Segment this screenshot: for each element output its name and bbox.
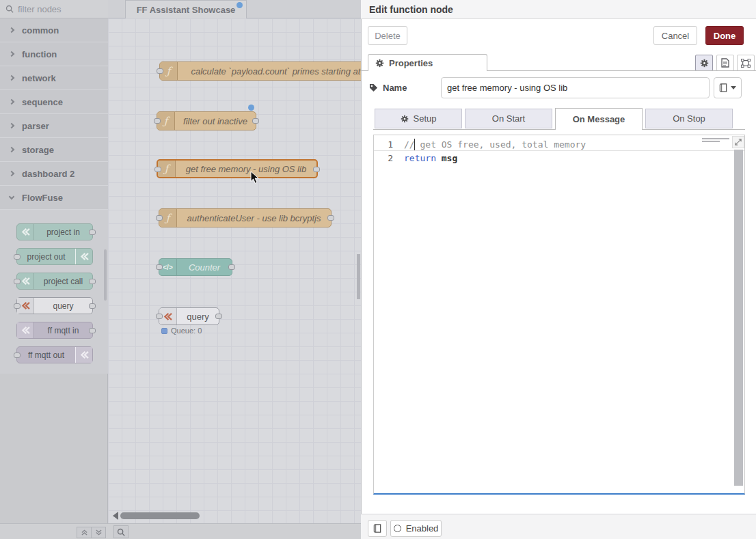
name-input[interactable] <box>441 77 710 98</box>
tab-on-message-label: On Message <box>573 114 625 124</box>
input-port[interactable] <box>156 314 163 319</box>
flow-canvas[interactable]: ƒ calculate `payload.count` primes start… <box>108 18 361 523</box>
editor-scrollbar[interactable] <box>734 150 743 486</box>
status-text: Queue: 0 <box>171 327 202 335</box>
palette-node-ff-mqtt-in[interactable]: ff mqtt in <box>16 322 93 339</box>
enabled-label: Enabled <box>406 523 439 534</box>
tab-on-start-label: On Start <box>492 113 525 124</box>
palette-node-ff-mqtt-out[interactable]: ff mqtt out <box>16 346 93 363</box>
vertical-scrollbar[interactable] <box>357 254 360 299</box>
collapse-all-button[interactable] <box>77 527 92 538</box>
output-port[interactable] <box>215 314 222 319</box>
input-port[interactable] <box>14 303 21 309</box>
enabled-toggle-button[interactable]: Enabled <box>390 520 442 537</box>
filter-nodes-input[interactable] <box>18 4 93 14</box>
book-icon <box>719 83 727 92</box>
input-port[interactable] <box>156 215 163 221</box>
code-line-1[interactable]: 1 // get OS free, used, total memory <box>374 138 744 151</box>
input-port[interactable] <box>154 167 161 172</box>
double-chevron-down-icon <box>96 529 102 536</box>
library-save-button[interactable] <box>368 520 387 537</box>
status-dot-icon <box>161 328 167 334</box>
flow-node-get-free-memory[interactable]: ƒ get free memory - using OS lib <box>157 159 318 178</box>
palette-node-project-in[interactable]: project in <box>16 223 93 240</box>
flow-node-calculate-primes[interactable]: ƒ calculate `payload.count` primes start… <box>159 61 361 81</box>
palette-category-parser[interactable]: parser <box>0 114 108 138</box>
input-port[interactable] <box>156 264 163 270</box>
palette-category-sequence[interactable]: sequence <box>0 90 108 114</box>
palette-node-label: project out <box>17 252 75 262</box>
palette-node-project-out[interactable]: project out <box>16 248 93 265</box>
output-port[interactable] <box>313 167 320 172</box>
line-number: 2 <box>374 153 404 163</box>
output-port[interactable] <box>89 328 96 333</box>
node-description-button[interactable] <box>716 55 734 71</box>
gear-icon <box>401 115 409 123</box>
code-comment: // get OS free, used, total memory <box>404 139 586 150</box>
palette-node-label: ff mqtt in <box>34 326 92 335</box>
node-appearance-button[interactable] <box>737 55 755 71</box>
expand-editor-button[interactable] <box>732 136 744 148</box>
input-port[interactable] <box>154 118 161 124</box>
flowfuse-icon <box>75 249 92 264</box>
chevron-right-icon <box>9 99 14 105</box>
category-label: common <box>22 25 59 36</box>
tab-on-start[interactable]: On Start <box>465 109 552 128</box>
palette-category-function[interactable]: function <box>0 42 108 66</box>
output-port[interactable] <box>89 279 96 284</box>
cancel-button[interactable]: Cancel <box>653 26 697 45</box>
input-port[interactable] <box>14 279 21 284</box>
tab-setup[interactable]: Setup <box>375 109 462 128</box>
node-label: get free memory - using OS lib <box>176 164 316 174</box>
output-port[interactable] <box>327 215 334 221</box>
library-button[interactable] <box>714 77 742 98</box>
flow-node-query[interactable]: query <box>159 307 219 325</box>
palette-node-label: project call <box>34 277 92 286</box>
input-port[interactable] <box>14 353 21 358</box>
function-code-editor[interactable]: 1 // get OS free, used, total memory 2 r… <box>373 135 745 495</box>
palette-scrollbar[interactable] <box>104 249 107 301</box>
output-port[interactable] <box>89 230 96 235</box>
category-label: sequence <box>22 97 63 107</box>
palette-filter[interactable] <box>0 0 108 18</box>
tab-on-stop[interactable]: On Stop <box>645 109 733 128</box>
palette-category-network[interactable]: network <box>0 66 108 90</box>
flow-node-counter[interactable]: </> Counter <box>159 258 232 276</box>
palette-category-storage[interactable]: storage <box>0 138 108 162</box>
gear-icon <box>375 59 384 68</box>
scroll-left-arrow[interactable] <box>113 512 118 520</box>
output-port[interactable] <box>228 264 235 270</box>
flowfuse-icon <box>17 322 34 338</box>
delete-button[interactable]: Delete <box>368 26 407 45</box>
node-label: Counter <box>177 262 232 273</box>
code-line-2[interactable]: 2 return msg <box>374 152 744 165</box>
flow-node-authenticate-user[interactable]: ƒ authenticateUser - use lib bcryptjs <box>159 208 332 227</box>
palette-category-common[interactable]: common <box>0 18 108 42</box>
palette-category-flowfuse[interactable]: FlowFuse <box>0 186 108 210</box>
tab-properties-label: Properties <box>389 58 433 68</box>
code-variable: msg <box>436 153 457 163</box>
input-port[interactable] <box>14 254 21 260</box>
flow-node-filter-out-inactive[interactable]: ƒ filter out inactive <box>157 111 256 130</box>
flowfuse-node-list: project in project out project call quer… <box>0 210 108 374</box>
palette-category-dashboard2[interactable]: dashboard 2 <box>0 162 108 186</box>
horizontal-scrollbar[interactable] <box>120 512 200 519</box>
input-port[interactable] <box>157 68 163 74</box>
name-label-text: Name <box>383 83 407 93</box>
tab-properties[interactable]: Properties <box>368 54 487 71</box>
node-label: authenticateUser - use lib bcryptjs <box>177 213 331 223</box>
output-port[interactable] <box>89 303 96 309</box>
expand-all-button[interactable] <box>91 527 106 538</box>
palette-node-project-call[interactable]: project call <box>16 273 93 290</box>
tab-on-message[interactable]: On Message <box>555 108 643 130</box>
palette-node-query[interactable]: query <box>16 297 93 314</box>
book-icon <box>373 524 381 533</box>
document-icon <box>721 58 729 68</box>
done-button[interactable]: Done <box>705 26 744 45</box>
chevron-right-icon <box>9 123 14 128</box>
flowfuse-icon <box>75 347 92 363</box>
output-port[interactable] <box>252 118 259 124</box>
edit-properties-button[interactable] <box>695 55 713 71</box>
flow-tab[interactable]: FF Assistant Showcase <box>125 0 247 18</box>
canvas-search-button[interactable] <box>113 525 129 538</box>
